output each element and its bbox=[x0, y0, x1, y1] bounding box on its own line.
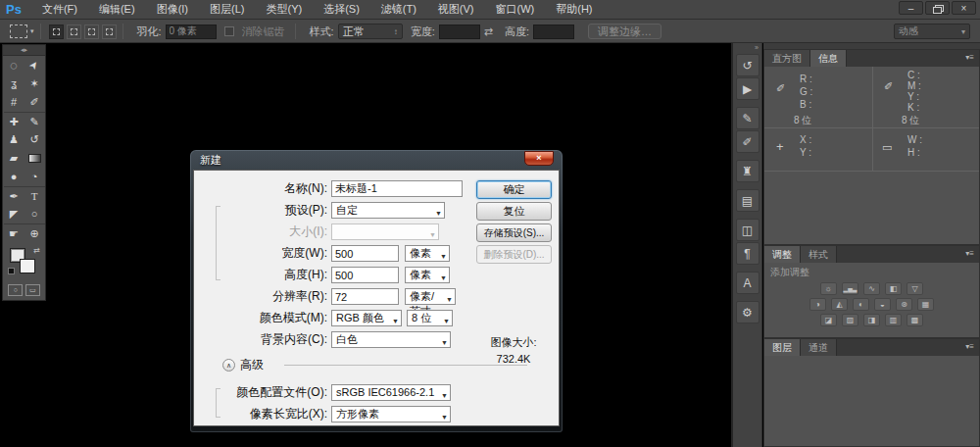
link-dimensions-icon[interactable]: ⇄ bbox=[484, 25, 493, 38]
adj-exposure-icon[interactable]: ◧ bbox=[885, 282, 902, 295]
adj-channel-mixer-icon[interactable]: ⊛ bbox=[896, 298, 912, 311]
new-selection-button-icon[interactable] bbox=[49, 25, 64, 39]
menu-image[interactable]: 图像(I) bbox=[146, 0, 199, 19]
adj-threshold-icon[interactable]: ◨ bbox=[863, 314, 880, 326]
tab-channels[interactable]: 通道 bbox=[801, 339, 837, 356]
pixel-aspect-ratio-dropdown[interactable]: 方形像素▼ bbox=[331, 406, 451, 422]
actions-panel-icon[interactable]: ▶ bbox=[736, 77, 760, 100]
notes-panel-icon[interactable]: ▤ bbox=[736, 189, 760, 212]
history-panel-icon[interactable]: ↺ bbox=[736, 54, 760, 76]
add-to-selection-button-icon[interactable] bbox=[67, 25, 81, 39]
toolbar-collapse-button[interactable]: ◂▸ bbox=[3, 45, 45, 56]
tool-crop[interactable]: # bbox=[4, 93, 24, 112]
menu-type[interactable]: 类型(Y) bbox=[255, 0, 313, 19]
background-contents-dropdown[interactable]: 白色▼ bbox=[331, 331, 451, 348]
subtract-from-selection-button-icon[interactable] bbox=[84, 25, 99, 39]
tool-preset-dropdown-arrow-icon[interactable]: ▾ bbox=[30, 27, 34, 35]
kuler-panel-icon[interactable]: ⚙ bbox=[736, 301, 760, 323]
tool-gradient[interactable] bbox=[24, 149, 45, 168]
paragraph-panel-icon[interactable]: ¶ bbox=[736, 242, 760, 265]
panel-menu-icon[interactable]: ▾≡ bbox=[965, 246, 979, 263]
height-input[interactable] bbox=[533, 25, 574, 39]
tool-type[interactable]: T bbox=[24, 186, 45, 205]
tool-healing-brush[interactable]: ✚ bbox=[4, 112, 24, 130]
dock-collapse-button[interactable]: » bbox=[733, 43, 761, 53]
tool-history-brush[interactable]: ↺ bbox=[24, 130, 45, 149]
tab-layers[interactable]: 图层 bbox=[764, 339, 801, 356]
color-mode-dropdown[interactable]: RGB 颜色▼ bbox=[331, 310, 402, 326]
info-cmyk-bitdepth[interactable]: 8 位 bbox=[902, 114, 919, 127]
brush-presets-panel-icon[interactable]: ✐ bbox=[736, 130, 760, 153]
restore-button-icon[interactable] bbox=[925, 1, 950, 15]
workspace-dropdown[interactable]: 动感 ▾ bbox=[894, 24, 970, 39]
adj-hue-saturation-icon[interactable]: ◑ bbox=[809, 298, 826, 311]
close-button-icon[interactable]: × bbox=[952, 1, 976, 15]
adj-invert-icon[interactable]: ◪ bbox=[820, 314, 837, 326]
info-rgb-bitdepth[interactable]: 8 位 bbox=[794, 114, 811, 127]
tool-magic-wand[interactable]: ✶ bbox=[24, 74, 45, 93]
tab-info[interactable]: 信息 bbox=[810, 50, 847, 67]
delete-preset-button[interactable]: 删除预设(D)... bbox=[476, 245, 552, 264]
menu-window[interactable]: 窗口(W) bbox=[485, 0, 546, 19]
adj-photo-filter-icon[interactable]: ◒ bbox=[874, 298, 891, 311]
tool-preset-icon[interactable] bbox=[10, 25, 27, 38]
tool-clone-stamp[interactable]: ♟ bbox=[4, 130, 24, 149]
menu-help[interactable]: 帮助(H) bbox=[545, 0, 603, 19]
resolution-input[interactable] bbox=[331, 288, 399, 305]
brush-panel-icon[interactable]: ✎ bbox=[736, 107, 760, 129]
adj-vibrance-icon[interactable]: ▽ bbox=[906, 282, 923, 295]
adj-selective-color-icon[interactable]: ▩ bbox=[906, 314, 923, 326]
screen-mode-button-icon[interactable]: ▭ bbox=[25, 284, 40, 296]
panel-menu-icon[interactable]: ▾≡ bbox=[965, 339, 979, 356]
save-preset-button[interactable]: 存储预设(S)... bbox=[476, 224, 552, 242]
tab-histogram[interactable]: 直方图 bbox=[764, 50, 810, 67]
minimize-button-icon[interactable]: – bbox=[899, 1, 923, 15]
adj-levels-icon[interactable]: ▂▅▃ bbox=[842, 282, 858, 295]
dialog-close-icon[interactable]: × bbox=[524, 151, 554, 166]
adj-gradient-map-icon[interactable]: ▥ bbox=[885, 314, 902, 326]
color-profile-dropdown[interactable]: sRGB IEC61966-2.1▼ bbox=[331, 384, 451, 401]
tool-lasso[interactable]: ʓ bbox=[4, 74, 24, 93]
default-colors-icon[interactable] bbox=[8, 268, 15, 274]
menu-edit[interactable]: 编辑(E) bbox=[88, 0, 146, 19]
background-color-swatch[interactable] bbox=[20, 259, 35, 273]
advanced-collapse-icon[interactable]: ∧ bbox=[222, 359, 235, 372]
menu-file[interactable]: 文件(F) bbox=[31, 0, 88, 19]
tool-brush[interactable]: ✎ bbox=[24, 112, 45, 130]
bit-depth-dropdown[interactable]: 8 位▼ bbox=[407, 310, 453, 326]
resolution-unit-dropdown[interactable]: 像素/英寸▼ bbox=[405, 288, 456, 305]
tool-shape[interactable]: ○ bbox=[24, 205, 45, 224]
refine-edge-button[interactable]: 调整边缘… bbox=[588, 24, 662, 39]
preset-dropdown[interactable]: 自定▼ bbox=[331, 202, 445, 219]
tab-adjustments[interactable]: 调整 bbox=[764, 246, 801, 263]
menu-select[interactable]: 选择(S) bbox=[313, 0, 370, 19]
tool-pen[interactable]: ✒ bbox=[4, 186, 24, 205]
tool-path-selection[interactable]: ◤ bbox=[4, 205, 24, 224]
style-dropdown[interactable]: 正常 ↕ bbox=[338, 24, 403, 39]
adj-black-white-icon[interactable]: ◐ bbox=[853, 298, 869, 311]
menu-view[interactable]: 视图(V) bbox=[427, 0, 485, 19]
adj-curves-icon[interactable]: ∿ bbox=[863, 282, 880, 295]
antialias-checkbox[interactable] bbox=[224, 26, 234, 36]
width-unit-dropdown[interactable]: 像素▼ bbox=[405, 245, 450, 262]
quick-mask-button-icon[interactable]: ○ bbox=[8, 284, 23, 296]
reset-button[interactable]: 复位 bbox=[476, 202, 552, 221]
menu-filter[interactable]: 滤镜(T) bbox=[370, 0, 427, 19]
tool-eraser[interactable]: ▰ bbox=[4, 149, 24, 168]
adj-color-lookup-icon[interactable]: ▦ bbox=[917, 298, 934, 311]
adj-posterize-icon[interactable]: ▨ bbox=[842, 314, 858, 326]
feather-input[interactable] bbox=[166, 25, 217, 39]
clone-source-panel-icon[interactable]: ♜ bbox=[736, 160, 760, 182]
panel-menu-icon[interactable]: ▾≡ bbox=[965, 50, 979, 67]
character-panel-icon[interactable]: A bbox=[736, 272, 760, 294]
height-unit-dropdown[interactable]: 像素▼ bbox=[405, 267, 450, 283]
name-input[interactable] bbox=[331, 180, 463, 197]
width-input[interactable] bbox=[439, 25, 480, 39]
width-input[interactable] bbox=[331, 245, 399, 262]
tool-elliptical-marquee[interactable]: ◌ bbox=[4, 56, 24, 74]
dialog-title[interactable]: 新建 bbox=[193, 150, 560, 170]
height-input[interactable] bbox=[331, 267, 399, 283]
tool-hand[interactable]: ☛ bbox=[4, 224, 24, 242]
tab-styles[interactable]: 样式 bbox=[801, 246, 837, 263]
ok-button[interactable]: 确定 bbox=[476, 180, 552, 199]
